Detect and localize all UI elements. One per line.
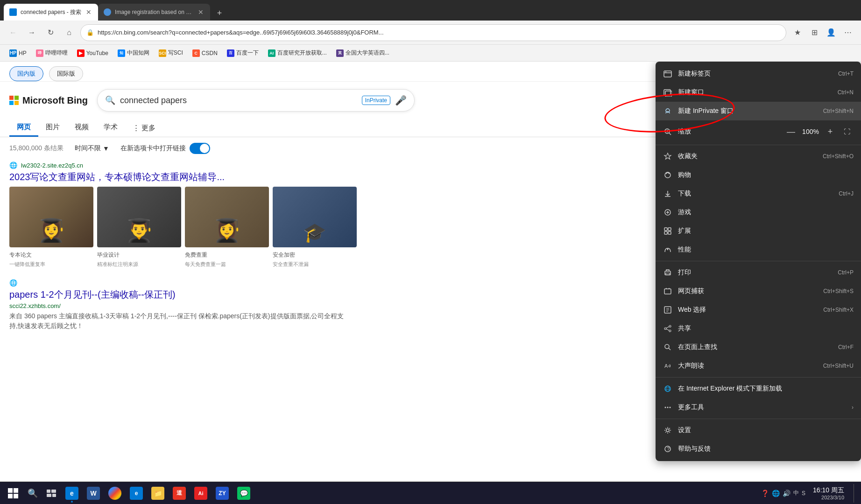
bookmark-bilibili[interactable]: 哔 哔哩哔哩 [32,47,71,59]
tab-2[interactable]: Image registration based on bot... ✕ [98,4,210,21]
version-tab-intl[interactable]: 国际版 [49,66,83,81]
collections-icon[interactable]: ⊞ [807,25,822,40]
svg-rect-10 [664,231,667,234]
menu-download-shortcut: Ctrl+J [839,190,854,197]
start-button[interactable] [4,484,22,503]
bookmark-sci[interactable]: SCI 写SCI [155,47,187,59]
open-new-tab-toggle[interactable]: 在新选项卡中打开链接 [120,143,210,154]
bookmark-youtube[interactable]: ▶ YouTube [73,48,112,59]
menu-download[interactable]: 下载 Ctrl+J [656,184,861,203]
result1-img3-sub: 每天免费查重一篇 [185,261,269,268]
bookmark-hp[interactable]: HP HP [6,48,30,59]
bookmark-ai[interactable]: AI 百度研究开放获取... [264,47,331,59]
taskbar-acrobat[interactable]: Ai [191,483,211,504]
taskview-button[interactable] [43,485,60,502]
menu-web-select[interactable]: Web 选择 Ctrl+Shift+X [656,301,861,319]
forward-button[interactable]: → [24,25,39,40]
taskbar-edge2[interactable]: e [126,483,147,504]
menu-extensions[interactable]: 扩展 [656,222,861,240]
tray-input-icon[interactable]: S [802,490,805,497]
shopping-icon [663,170,672,180]
time-filter[interactable]: 时间不限 ▼ [75,144,109,153]
extensions-icon [663,226,672,236]
taskbar-folder[interactable]: 📁 [148,483,168,504]
tab2-favicon [104,8,111,16]
version-tab-domestic[interactable]: 国内版 [9,66,43,81]
home-button[interactable]: ⌂ [62,25,77,40]
tab-academic[interactable]: 学术 [96,119,125,137]
menu-inprivate[interactable]: 新建 InPrivate 窗口 Ctrl+Shift+N [656,102,861,120]
menu-read-aloud[interactable]: A 大声朗读 Ctrl+Shift+U [656,357,861,375]
settings-icon[interactable]: ⋯ [840,25,855,40]
system-clock[interactable]: 16:10 周五 2023/3/10 [809,486,848,500]
tray-volume-icon[interactable]: 🔊 [783,490,790,497]
bing-logo: Microsoft Bing [9,95,88,106]
edge-icon: e [65,487,78,500]
back-button[interactable]: ← [6,25,21,40]
menu-find[interactable]: 在页面上查找 Ctrl+F [656,338,861,357]
taskbar-search-button[interactable]: 🔍 [24,485,41,502]
menu-performance-label: 性能 [678,245,691,254]
toggle-switch[interactable] [190,143,210,154]
zoom-in-button[interactable]: + [824,125,837,138]
menu-ie-mode[interactable]: 在 Internet Explorer 模式下重新加载 [656,379,861,398]
tray-network-icon[interactable]: 🌐 [772,490,780,497]
tab2-close[interactable]: ✕ [197,8,205,16]
svg-point-23 [667,407,669,408]
menu-new-tab[interactable]: 新建标签页 Ctrl+T [656,64,861,83]
profile-icon[interactable]: 👤 [824,25,839,40]
menu-performance[interactable]: 性能 [656,240,861,259]
tab-video[interactable]: 视频 [67,119,96,137]
menu-shopping[interactable]: 购物 [656,166,861,184]
taskbar-chrome[interactable] [105,483,125,504]
taskbar-apps: e W e 📁 道 Ai ZY 💬 [62,483,254,504]
menu-capture[interactable]: 网页捕获 Ctrl+Shift+S [656,282,861,301]
menu-print[interactable]: 打印 Ctrl+P [656,263,861,282]
tab-1[interactable]: connected papers - 搜索 ✕ [4,4,98,21]
menu-help[interactable]: ? 帮助与反馈 [656,440,861,458]
refresh-button[interactable]: ↻ [43,25,58,40]
menu-new-window[interactable]: 新建窗口 Ctrl+N [656,83,861,102]
bookmark-english[interactable]: 英 全国大学英语四... [332,47,393,59]
address-bar[interactable]: 🔒 https://cn.bing.com/search?q=connected… [80,24,786,41]
mic-icon[interactable]: 🎤 [395,95,407,106]
bookmark-baidu[interactable]: 百 百度一下 [223,47,262,59]
svg-point-16 [669,325,671,327]
bookmark-csdn[interactable]: C CSDN [189,48,221,59]
taskbar-word[interactable]: W [83,483,104,504]
bing-search-input[interactable]: connected papers [120,96,357,105]
menu-games[interactable]: 游戏 [656,203,861,222]
bing-logo-text: Microsoft Bing [22,95,88,106]
taskbar-haodao[interactable]: 道 [169,483,190,504]
address-text: https://cn.bing.com/search?q=connected+p… [98,29,780,36]
show-desktop-button[interactable] [854,484,857,503]
favorites-icon[interactable]: ★ [790,25,805,40]
tab1-close[interactable]: ✕ [85,8,92,16]
bookmark-zhihu[interactable]: 知 中国知网 [114,47,153,59]
inprivate-badge: InPrivate [362,96,390,105]
taskbar-wechat[interactable]: 💬 [233,483,254,504]
menu-settings[interactable]: 设置 [656,421,861,440]
taskbar-zy[interactable]: ZY [212,483,233,504]
content-area: 国内版 国际版 Microsoft Bing 🔍 connected paper… [0,62,861,482]
menu-share[interactable]: 共享 [656,319,861,338]
taskbar-edge[interactable]: e [62,483,82,504]
zoom-expand-icon[interactable]: ⛶ [840,125,854,138]
tab-more[interactable]: ⋮ 更多 [125,119,163,137]
result1-img4-caption: 安全加密 [273,251,357,259]
result1-url[interactable]: lw2302-2.site.ez2q5.cn [21,162,83,169]
zoom-controls: — 100% + ⛶ [784,125,854,138]
tray-battery-icon[interactable]: 中 [793,489,799,497]
menu-ie-mode-label: 在 Internet Explorer 模式下重新加载 [678,385,782,393]
tab-webpage[interactable]: 网页 [9,119,38,137]
zoom-out-button[interactable]: — [784,125,797,138]
menu-favorites[interactable]: 收藏夹 Ctrl+Shift+O [656,147,861,166]
menu-more-tools[interactable]: 更多工具 › [656,398,861,417]
tray-question-icon[interactable]: ❓ [761,490,769,497]
tab-images[interactable]: 图片 [38,119,67,137]
new-tab-button[interactable]: + [212,6,227,21]
svg-point-6 [665,172,670,178]
bing-search-box[interactable]: 🔍 connected papers InPrivate 🎤 [97,89,415,112]
haodao-icon: 道 [173,487,186,500]
menu-help-label: 帮助与反馈 [678,445,711,453]
